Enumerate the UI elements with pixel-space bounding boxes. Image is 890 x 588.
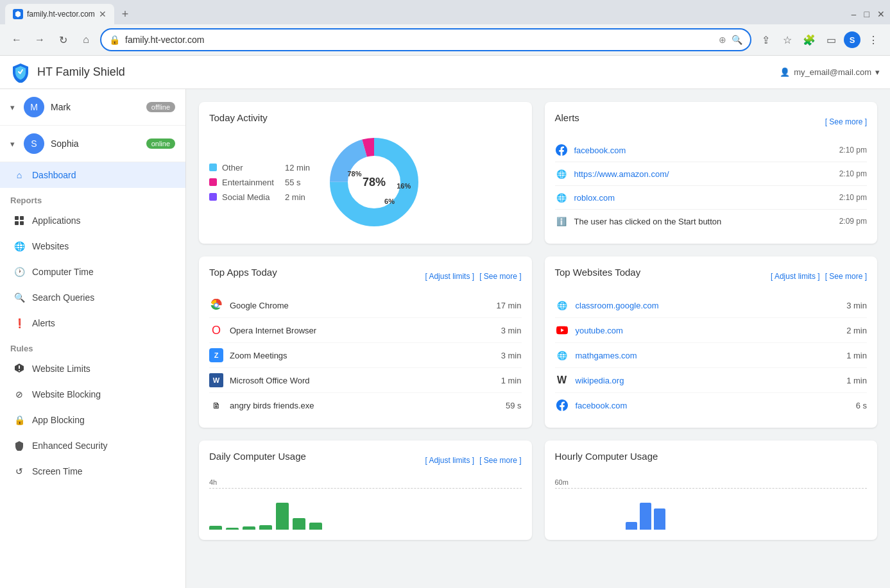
top-apps-adjust-limits-link[interactable]: [ Adjust limits ] <box>425 272 474 281</box>
svg-rect-1 <box>20 216 24 220</box>
daily-bar-2 <box>226 528 239 530</box>
bookmark-icon[interactable]: ☆ <box>778 31 796 49</box>
list-item-opera: O Opera Internet Browser 3 min <box>209 318 522 343</box>
svg-point-6 <box>19 370 20 371</box>
close-icon[interactable]: ✕ <box>877 9 885 19</box>
top-websites-list: 🌐 classroom.google.com 3 min youtube.com… <box>555 293 868 417</box>
hourly-bar-8 <box>654 508 665 530</box>
maximize-icon[interactable]: □ <box>864 9 869 19</box>
website-name-youtube[interactable]: youtube.com <box>576 326 841 335</box>
back-button[interactable]: ← <box>8 31 26 49</box>
list-item-classroom: 🌐 classroom.google.com 3 min <box>555 293 868 318</box>
sidebar-item-alerts[interactable]: ❗ Alerts <box>0 310 185 336</box>
website-name-classroom[interactable]: classroom.google.com <box>576 301 841 310</box>
main-content: Today Activity Other 12 min Entertainmen… <box>186 89 890 588</box>
tab-close-button[interactable]: ✕ <box>99 9 107 19</box>
svg-point-11 <box>215 304 218 307</box>
app-name-chrome: Google Chrome <box>230 301 490 310</box>
hourly-bar-7 <box>640 503 651 530</box>
top-apps-title: Top Apps Today <box>209 267 277 278</box>
app-time-word: 1 min <box>501 376 522 385</box>
sidebar-item-screen-time[interactable]: ↺ Screen Time <box>0 458 185 484</box>
user-menu[interactable]: 👤 my_email@mail.com ▾ <box>780 67 880 77</box>
websites-icon: 🌐 <box>13 240 26 253</box>
address-bar[interactable]: 🔒 family.ht-vector.com ⊕ 🔍 <box>100 28 751 51</box>
forward-button[interactable]: → <box>31 31 49 49</box>
app-time-zoom: 3 min <box>501 351 522 360</box>
url-display[interactable]: family.ht-vector.com <box>125 35 714 45</box>
browser-toolbar: ← → ↻ ⌂ 🔒 family.ht-vector.com ⊕ 🔍 ⇪ ☆ 🧩… <box>0 24 890 55</box>
profile-button[interactable]: S <box>844 31 860 48</box>
app-header: HT Family Shield 👤 my_email@mail.com ▾ <box>0 56 890 89</box>
sidebar-item-website-blocking[interactable]: ⊘ Website Blocking <box>0 382 185 407</box>
user-dropdown-icon: ▾ <box>875 67 880 77</box>
sidebar-item-enhanced-security[interactable]: Enhanced Security <box>0 433 185 458</box>
sidebar-item-search-queries[interactable]: 🔍 Search Queries <box>0 285 185 310</box>
hourly-y-label: 60m <box>555 478 569 486</box>
user-email: my_email@mail.com <box>794 67 871 77</box>
svg-rect-2 <box>15 221 19 225</box>
applications-label: Applications <box>32 215 81 226</box>
globe-icon-roblox: 🌐 <box>555 191 568 204</box>
alerts-see-more-link[interactable]: [ See more ] <box>825 117 867 126</box>
sidebar-item-website-limits[interactable]: Website Limits <box>0 356 185 382</box>
sidebar-user-mark[interactable]: ▾ M Mark offline <box>0 89 185 126</box>
applications-icon <box>13 214 26 227</box>
website-time-mathgames: 1 min <box>846 351 867 360</box>
website-name-wikipedia[interactable]: wikipedia.org <box>576 376 841 385</box>
legend-other: Other 12 min <box>209 163 310 172</box>
list-item-chrome: Google Chrome 17 min <box>209 293 522 318</box>
globe-icon-classroom: 🌐 <box>555 298 569 312</box>
sidebar-icon[interactable]: ▭ <box>822 31 840 49</box>
alert-text-facebook[interactable]: facebook.com <box>574 146 833 155</box>
app-time-opera: 3 min <box>501 326 522 335</box>
sidebar-user-sophia[interactable]: ▾ S Sophia online <box>0 126 185 162</box>
top-apps-links: [ Adjust limits ] [ See more ] <box>425 272 521 281</box>
new-tab-button[interactable]: + <box>117 5 134 24</box>
extensions-icon[interactable]: 🧩 <box>800 31 818 49</box>
list-item-word: W Microsoft Office Word 1 min <box>209 368 522 393</box>
alert-text-amazon[interactable]: https://www.amazon.com/ <box>574 169 833 179</box>
hourly-chart-container: 60m <box>555 477 868 530</box>
app-logo: HT Family Shield <box>10 62 125 83</box>
website-name-mathgames[interactable]: mathgames.com <box>576 351 841 360</box>
top-websites-see-more-link[interactable]: [ See more ] <box>825 272 867 281</box>
app-name-opera: Opera Internet Browser <box>230 326 495 335</box>
word-icon: W <box>209 373 223 387</box>
globe-icon-amazon: 🌐 <box>555 167 568 180</box>
sidebar-item-app-blocking[interactable]: 🔒 App Blocking <box>0 407 185 433</box>
top-apps-list: Google Chrome 17 min O Opera Internet Br… <box>209 293 522 417</box>
list-item-facebook-web: facebook.com 6 s <box>555 393 868 417</box>
search-icon[interactable]: 🔍 <box>732 35 742 45</box>
legend-color-social-media <box>209 193 217 201</box>
home-button[interactable]: ⌂ <box>77 31 95 49</box>
website-name-facebook[interactable]: facebook.com <box>576 401 850 410</box>
top-websites-adjust-limits-link[interactable]: [ Adjust limits ] <box>771 272 820 281</box>
zoom-icon: Z <box>209 348 223 362</box>
enhanced-security-label: Enhanced Security <box>32 441 108 451</box>
daily-usage-adjust-limits-link[interactable]: [ Adjust limits ] <box>425 456 474 465</box>
alert-text-roblox[interactable]: roblox.com <box>574 193 833 203</box>
minimize-icon[interactable]: ‒ <box>851 9 857 19</box>
reports-section-label: Reports <box>0 188 185 208</box>
opera-icon: O <box>209 323 223 337</box>
legend-entertainment: Entertainment 55 s <box>209 178 310 187</box>
tab-title: family.ht-vector.com <box>27 10 95 19</box>
share-icon[interactable]: ⇪ <box>757 31 774 49</box>
daily-bar-4 <box>259 525 272 530</box>
top-apps-see-more-link[interactable]: [ See more ] <box>479 272 521 281</box>
menu-icon[interactable]: ⋮ <box>864 31 882 49</box>
alerts-icon: ❗ <box>13 317 26 330</box>
translate-icon[interactable]: ⊕ <box>719 35 726 45</box>
sidebar-item-websites[interactable]: 🌐 Websites <box>0 233 185 259</box>
sidebar-item-dashboard[interactable]: ⌂ Dashboard <box>0 162 185 188</box>
daily-usage-see-more-link[interactable]: [ See more ] <box>479 456 521 465</box>
sidebar-item-computer-time[interactable]: 🕐 Computer Time <box>0 259 185 285</box>
app-blocking-icon: 🔒 <box>13 414 26 426</box>
mark-avatar: M <box>24 97 44 117</box>
sidebar-item-applications[interactable]: Applications <box>0 208 185 233</box>
daily-dashed-line <box>209 488 522 489</box>
reload-button[interactable]: ↻ <box>54 31 72 49</box>
app-body: ▾ M Mark offline ▾ S Sophia online ⌂ Das… <box>0 89 890 588</box>
active-tab[interactable]: family.ht-vector.com ✕ <box>5 4 114 24</box>
